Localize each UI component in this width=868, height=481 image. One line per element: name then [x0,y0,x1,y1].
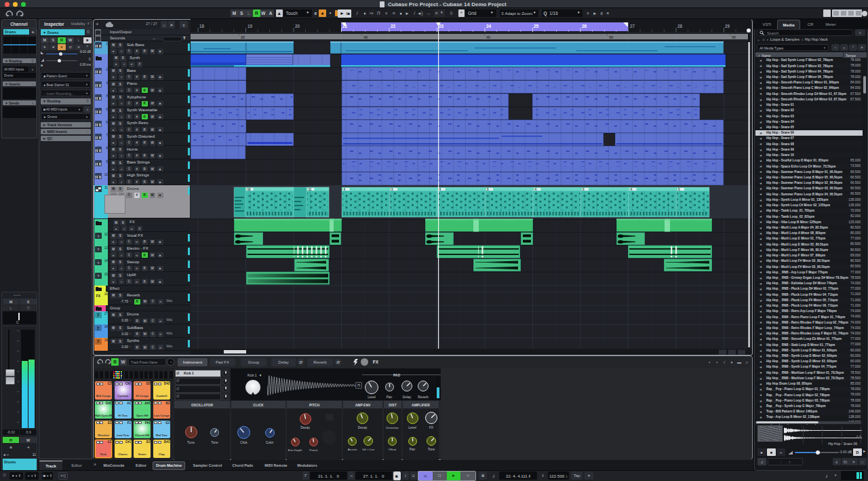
svg-text:22: 22 [391,24,396,28]
svg-text:11: 11 [309,188,312,191]
svg-text:19: 19 [248,24,253,28]
svg-text:28: 28 [677,24,683,28]
svg-text:24: 24 [486,24,492,28]
svg-text:20: 20 [295,24,300,28]
svg-text:55: 55 [732,35,736,39]
svg-text:45: 45 [486,35,490,39]
svg-text:25: 25 [534,24,539,28]
svg-text:26: 26 [582,24,587,28]
svg-text:50: 50 [609,35,613,39]
svg-text:29: 29 [725,24,730,28]
svg-text:21: 21 [342,24,348,28]
svg-text:27: 27 [630,24,635,28]
svg-text:10: 10 [248,188,252,191]
svg-text:35: 35 [241,35,245,39]
svg-text:18: 18 [199,24,205,28]
svg-text:40: 40 [363,35,368,39]
